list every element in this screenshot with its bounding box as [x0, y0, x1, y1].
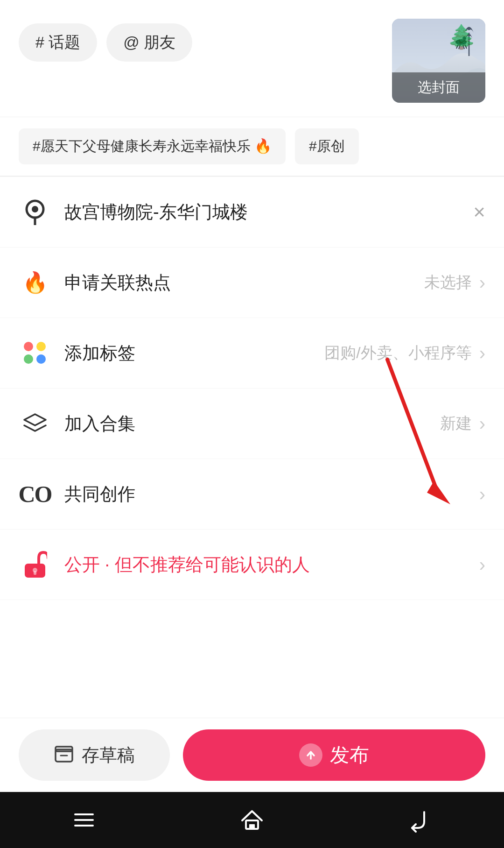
mention-button[interactable]: @ 朋友 — [106, 23, 192, 62]
svg-point-3 — [462, 36, 466, 40]
save-draft-button[interactable]: 存草稿 — [19, 729, 170, 781]
top-section: # 话题 @ 朋友 — [0, 0, 504, 117]
tags-icon — [19, 337, 51, 369]
svg-rect-13 — [34, 571, 36, 575]
nav-home-button[interactable] — [239, 807, 265, 833]
location-icon — [19, 196, 51, 228]
hot-topic-label: 申请关联热点 — [64, 271, 424, 295]
collection-row[interactable]: 加入合集 新建 › — [0, 389, 504, 459]
hashtag-text-1: #愿天下父母健康长寿永远幸福快乐 🔥 — [33, 137, 272, 156]
location-row[interactable]: 故宫博物院-东华门城楼 × — [0, 177, 504, 247]
save-draft-label: 存草稿 — [82, 743, 135, 767]
tag-buttons: # 话题 @ 朋友 — [19, 19, 378, 62]
hashtag-chip-2[interactable]: #原创 — [295, 128, 359, 164]
co-create-label: 共同创作 — [64, 482, 476, 506]
publish-icon — [299, 743, 322, 767]
svg-line-5 — [459, 45, 460, 49]
svg-rect-23 — [249, 824, 255, 829]
hot-topic-status: 未选择 — [424, 272, 472, 293]
svg-point-2 — [455, 39, 467, 45]
tags-label: 添加标签 — [64, 341, 324, 365]
layers-icon — [19, 407, 51, 440]
android-nav-bar — [0, 792, 504, 848]
collection-right: 新建 › — [440, 413, 485, 434]
bottom-action-bar: 存草稿 发布 — [0, 718, 504, 792]
hashtag-text-2: #原创 — [309, 137, 345, 156]
co-create-chevron: › — [479, 484, 485, 505]
location-close-button[interactable]: × — [464, 200, 485, 224]
bottom-spacer — [0, 600, 504, 731]
publish-button[interactable]: 发布 — [183, 729, 485, 781]
co-create-row[interactable]: CO 共同创作 › — [0, 459, 504, 530]
hashtag-chip-1[interactable]: #愿天下父母健康长寿永远幸福快乐 🔥 — [19, 128, 286, 164]
hashtag-scroll[interactable]: #愿天下父母健康长寿永远幸福快乐 🔥 #原创 — [0, 117, 504, 176]
collection-label: 加入合集 — [64, 412, 440, 436]
location-label: 故宫博物院-东华门城楼 — [64, 200, 464, 224]
publish-label: 发布 — [330, 742, 369, 768]
hot-topic-right: 未选择 › — [424, 272, 485, 293]
fire-icon: 🔥 — [19, 266, 51, 299]
privacy-right: › — [476, 554, 485, 575]
collection-chevron: › — [479, 413, 485, 434]
nav-menu-button[interactable] — [71, 807, 97, 833]
tags-right: 团购/外卖、小程序等 › — [324, 342, 485, 364]
co-create-right: › — [476, 484, 485, 505]
collection-new: 新建 — [440, 413, 472, 434]
privacy-chevron: › — [479, 554, 485, 575]
svg-line-7 — [465, 44, 467, 49]
nav-back-button[interactable] — [407, 807, 433, 833]
tags-row[interactable]: 添加标签 团购/外卖、小程序等 › — [0, 318, 504, 389]
svg-line-6 — [463, 45, 464, 49]
hot-topic-chevron: › — [479, 272, 485, 293]
cover-thumbnail[interactable]: 选封面 — [392, 19, 485, 103]
privacy-label: 公开 · 但不推荐给可能认识的人 — [64, 553, 476, 577]
hashtag-button[interactable]: # 话题 — [19, 23, 97, 62]
svg-line-4 — [456, 44, 458, 49]
co-icon: CO — [19, 478, 51, 510]
hot-topic-row[interactable]: 🔥 申请关联热点 未选择 › — [0, 247, 504, 318]
cover-label[interactable]: 选封面 — [392, 72, 485, 103]
tags-chevron: › — [479, 343, 485, 364]
tags-hint: 团购/外卖、小程序等 — [324, 342, 471, 364]
draft-icon — [54, 743, 74, 768]
lock-icon — [19, 548, 51, 581]
privacy-row[interactable]: 公开 · 但不推荐给可能认识的人 › — [0, 530, 504, 600]
svg-point-9 — [32, 206, 38, 212]
